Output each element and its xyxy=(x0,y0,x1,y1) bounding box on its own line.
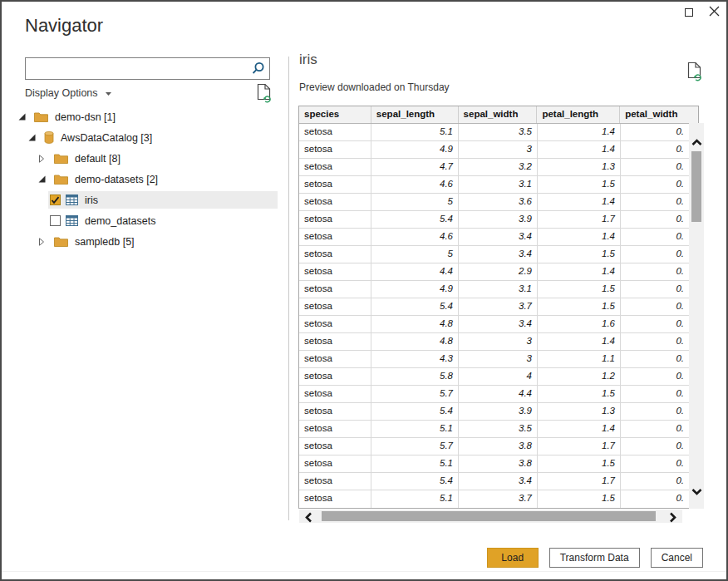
tree-item-demo-dsn[interactable]: demo-dsn [1] xyxy=(7,106,278,127)
expand-arrow-icon[interactable] xyxy=(38,155,49,163)
table-cell: 4.4 xyxy=(459,386,538,402)
table-cell: 5.7 xyxy=(371,386,459,402)
table-cell: 3.5 xyxy=(459,124,538,140)
scroll-right-icon[interactable] xyxy=(669,511,676,526)
table-cell: 1.4 xyxy=(538,421,621,437)
table-cell: 5 xyxy=(371,194,459,210)
table-row: setosa5.13.81.50. xyxy=(299,455,698,473)
table-cell: 3.5 xyxy=(459,421,538,437)
navigator-dialog: Navigator Display Options demo-dsn [1]Aw… xyxy=(0,0,728,581)
checkbox-checked[interactable] xyxy=(50,194,61,205)
tree-row-content: demo-dsn [1] xyxy=(18,108,278,126)
transform-data-button[interactable]: Transform Data xyxy=(549,548,640,568)
table-row: setosa53.41.50. xyxy=(299,246,698,263)
table-row: setosa5.13.51.40. xyxy=(299,421,698,438)
vertical-scrollbar-thumb[interactable] xyxy=(691,151,701,222)
horizontal-scrollbar[interactable] xyxy=(299,510,682,523)
table-cell: 0. xyxy=(621,281,690,298)
display-options-dropdown[interactable]: Display Options xyxy=(25,87,112,99)
table-cell: setosa xyxy=(299,141,371,158)
tree-item-default[interactable]: default [8] xyxy=(7,148,278,169)
collapse-arrow-icon[interactable] xyxy=(18,113,29,121)
table-cell: 5.1 xyxy=(371,490,459,508)
tree-item-AwsDataCatalog[interactable]: AwsDataCatalog [3] xyxy=(7,127,278,148)
table-cell: 1.5 xyxy=(538,455,621,472)
folder-icon xyxy=(34,111,48,122)
table-row: setosa5.43.41.70. xyxy=(299,473,698,490)
table-cell: 1.7 xyxy=(538,211,621,228)
table-cell: 1.4 xyxy=(538,263,621,280)
table-cell: 1.7 xyxy=(538,473,621,490)
table-cell: 0. xyxy=(621,211,690,228)
table-cell: 4.6 xyxy=(371,176,459,193)
table-cell: 0. xyxy=(621,386,690,402)
table-cell: 0. xyxy=(621,263,690,280)
table-cell: 0. xyxy=(621,246,690,263)
scroll-down-icon[interactable] xyxy=(691,484,702,499)
tree-item-label: AwsDataCatalog [3] xyxy=(61,132,152,144)
table-cell: 1.4 xyxy=(538,229,621,245)
table-cell: 1.3 xyxy=(538,159,621,175)
table-cell: 2.9 xyxy=(459,263,538,280)
table-cell: 1.5 xyxy=(538,281,621,298)
display-options-label: Display Options xyxy=(25,87,98,99)
table-row: setosa5.43.91.70. xyxy=(299,211,698,229)
checkbox-unchecked[interactable] xyxy=(50,215,61,226)
table-cell: setosa xyxy=(299,490,371,508)
tree-item-label: default [8] xyxy=(75,153,121,165)
scroll-left-icon[interactable] xyxy=(305,511,312,526)
table-cell: 1.2 xyxy=(538,368,621,385)
collapse-arrow-icon[interactable] xyxy=(28,134,39,141)
table-cell: 5.4 xyxy=(371,403,459,420)
tree-item-sampledb[interactable]: sampledb [5] xyxy=(7,231,278,252)
table-icon xyxy=(66,194,78,205)
close-button[interactable] xyxy=(706,5,721,20)
load-button[interactable]: Load xyxy=(487,548,539,568)
refresh-icon[interactable] xyxy=(256,83,272,103)
tree-item-demo-datasets[interactable]: demo-datasets [2] xyxy=(7,169,278,190)
table-cell: 4.3 xyxy=(371,351,459,367)
expand-arrow-icon[interactable] xyxy=(38,238,49,246)
table-cell: setosa xyxy=(299,246,371,263)
search-input[interactable] xyxy=(26,58,246,79)
folder-icon xyxy=(54,153,68,164)
tree-row-content: demo-datasets [2] xyxy=(38,170,278,188)
table-cell: 3.9 xyxy=(459,403,538,420)
search-icon[interactable] xyxy=(246,58,269,79)
table-cell: setosa xyxy=(299,124,371,140)
tree-item-demo_datasets[interactable]: demo_datasets xyxy=(7,210,278,231)
table-cell: setosa xyxy=(299,438,371,455)
footer-separator xyxy=(2,571,726,572)
table-cell: 3.8 xyxy=(459,455,538,472)
scroll-up-icon[interactable] xyxy=(691,135,702,150)
database-icon xyxy=(44,131,54,144)
table-cell: 1.5 xyxy=(538,246,621,263)
table-cell: 3.1 xyxy=(459,281,538,298)
table-cell: setosa xyxy=(299,298,371,315)
tree-item-iris[interactable]: iris xyxy=(7,190,278,210)
table-cell: setosa xyxy=(299,159,371,175)
table-cell: 3 xyxy=(459,141,538,158)
vertical-scrollbar[interactable] xyxy=(689,123,704,509)
horizontal-scrollbar-thumb[interactable] xyxy=(322,511,656,521)
table-icon xyxy=(66,215,78,226)
table-cell: 1.4 xyxy=(538,124,621,140)
table-cell: 0. xyxy=(621,194,690,210)
maximize-button[interactable] xyxy=(681,5,696,20)
collapse-arrow-icon[interactable] xyxy=(38,175,49,183)
table-cell: 0. xyxy=(621,403,690,420)
table-cell: 4.9 xyxy=(371,141,459,158)
preview-refresh-icon[interactable] xyxy=(686,62,702,85)
table-cell: setosa xyxy=(299,194,371,210)
table-cell: 5.4 xyxy=(371,473,459,490)
tree-item-label: sampledb [5] xyxy=(75,236,135,248)
cancel-button[interactable]: Cancel xyxy=(651,548,703,568)
table-cell: 0. xyxy=(621,333,690,350)
table-cell: setosa xyxy=(299,229,371,245)
table-cell: setosa xyxy=(299,263,371,280)
table-cell: 0. xyxy=(621,141,690,158)
table-row: setosa5.73.81.70. xyxy=(299,438,698,455)
preview-table: speciessepal_lengthsepal_widthpetal_leng… xyxy=(298,106,699,509)
table-cell: 1.3 xyxy=(538,403,621,420)
close-icon xyxy=(709,6,720,19)
